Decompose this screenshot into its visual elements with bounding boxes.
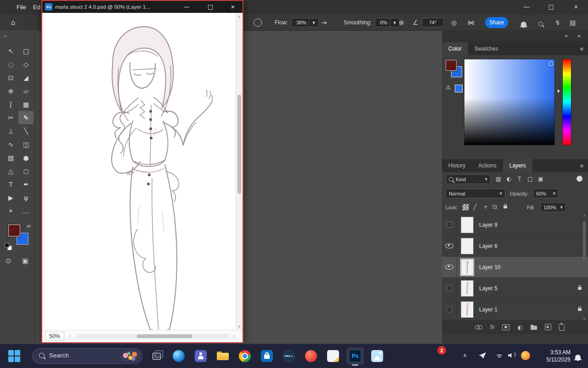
notifications-bell-icon[interactable] xyxy=(521,20,526,28)
vertical-scrollbar[interactable]: ∧ ∨ xyxy=(236,13,243,330)
search-highlight-image[interactable] xyxy=(120,350,140,362)
files-app-icon[interactable] xyxy=(324,347,342,365)
task-view-icon[interactable] xyxy=(148,347,165,365)
dock-close-icon[interactable]: × xyxy=(577,33,581,40)
eyedropper-tool[interactable]: ◢ xyxy=(18,71,34,84)
object-selection-tool[interactable]: ◇ xyxy=(18,58,34,71)
visibility-eye-icon[interactable] xyxy=(445,243,453,248)
search-icon[interactable] xyxy=(538,20,543,28)
lock-artboard-icon[interactable]: ⊡ xyxy=(492,204,497,210)
fill-input[interactable]: 100% ▾ xyxy=(540,202,566,212)
lasso-tool[interactable]: ◌ xyxy=(3,58,18,71)
opacity-input[interactable]: 60% ▾ xyxy=(533,189,559,198)
healing-brush-tool[interactable]: ⊕ xyxy=(3,84,18,98)
photos-app-icon[interactable] xyxy=(368,347,386,365)
hand-tool[interactable]: ψ xyxy=(18,191,34,204)
layer-row[interactable]: Layer 5 xyxy=(442,278,588,299)
toolbar-collapse-icon[interactable]: « xyxy=(4,33,7,39)
notification-badge[interactable]: 2 xyxy=(437,346,446,355)
brush-tool[interactable]: ✎ xyxy=(18,111,34,124)
dock-collapse-icon[interactable]: « xyxy=(565,33,568,39)
scroll-up-icon[interactable]: ∧ xyxy=(582,213,587,218)
gradient-tool[interactable]: ▧ xyxy=(3,151,18,164)
taskbar-search[interactable]: Search xyxy=(32,348,142,364)
filter-shape-icon[interactable]: □ xyxy=(527,174,533,184)
zoom-level[interactable]: 50% xyxy=(45,332,64,341)
start-button[interactable] xyxy=(8,350,20,362)
doc-minimize-button[interactable]: — xyxy=(178,1,195,13)
adjustment-layer-icon[interactable]: ◐ xyxy=(517,324,522,330)
visibility-eye-icon[interactable] xyxy=(445,264,453,270)
layer-thumbnail[interactable] xyxy=(461,280,474,297)
panel-foreground-swatch[interactable] xyxy=(446,60,457,71)
dell-app-icon[interactable]: DELL xyxy=(280,347,298,365)
patch-tool[interactable]: ▱ xyxy=(18,84,34,98)
lock-all-icon[interactable] xyxy=(503,206,507,208)
layer-mask-icon[interactable] xyxy=(502,324,509,330)
chrome-icon[interactable] xyxy=(236,347,254,365)
tray-pen-icon[interactable] xyxy=(479,352,486,359)
path-selection-tool[interactable]: ▶ xyxy=(3,191,18,204)
volume-icon[interactable] xyxy=(508,353,514,358)
lock-image-pixels-icon[interactable]: ╱ xyxy=(473,204,476,210)
app-close-button[interactable]: × xyxy=(566,0,586,14)
panel-menu-icon[interactable]: ≡ xyxy=(580,162,583,169)
swap-colors-icon[interactable]: ⇄ xyxy=(27,224,30,229)
screen-mode-button[interactable]: ▣ xyxy=(22,257,28,265)
mixer-brush-tool[interactable]: ╲ xyxy=(18,124,34,138)
scrollbar-thumb[interactable] xyxy=(237,95,241,194)
visibility-cell[interactable] xyxy=(442,257,457,277)
layer-name[interactable]: Layer 1 xyxy=(479,306,498,313)
doc-close-button[interactable]: × xyxy=(226,1,240,13)
move-tool[interactable]: ↖ xyxy=(3,44,18,58)
pen-tool[interactable]: ✒ xyxy=(18,178,34,191)
layer-row[interactable]: Layer 6 xyxy=(442,236,588,257)
delete-layer-icon[interactable] xyxy=(559,326,565,331)
brush-angle-input[interactable]: 74° xyxy=(422,18,444,27)
marquee-tool[interactable]: □ xyxy=(18,44,34,58)
app-minimize-button[interactable]: — xyxy=(516,0,537,14)
visibility-toggle[interactable] xyxy=(447,285,452,291)
filter-adjustment-icon[interactable]: ◐ xyxy=(506,174,512,184)
visibility-cell[interactable] xyxy=(442,278,457,299)
scroll-down-icon[interactable]: ∨ xyxy=(236,324,243,328)
slice-tool[interactable]: ✂ xyxy=(3,111,18,124)
tab-actions[interactable]: Actions xyxy=(472,159,503,172)
layer-name[interactable]: Layer 6 xyxy=(479,243,498,249)
visibility-toggle[interactable] xyxy=(447,306,452,312)
doc-maximize-button[interactable]: □ xyxy=(202,1,219,13)
visibility-toggle[interactable] xyxy=(447,222,452,228)
share-button[interactable]: Share xyxy=(485,17,508,28)
layer-thumbnail[interactable] xyxy=(461,259,474,276)
visibility-cell[interactable] xyxy=(442,236,457,256)
scrollbar-thumb[interactable] xyxy=(137,334,192,338)
red-app-icon[interactable] xyxy=(302,347,320,365)
canvas[interactable] xyxy=(42,13,236,330)
saturation-brightness-picker[interactable] xyxy=(464,59,555,145)
smudge-tool[interactable]: ʃ xyxy=(3,98,18,111)
panel-menu-icon[interactable]: ≡ xyxy=(580,46,583,52)
link-layers-icon[interactable] xyxy=(475,325,482,329)
layer-effects-icon[interactable]: fx xyxy=(490,324,494,330)
layer-name[interactable]: Layer 10 xyxy=(479,264,501,270)
scroll-left-icon[interactable]: ‹ xyxy=(69,333,71,339)
lock-position-icon[interactable]: + xyxy=(483,204,488,210)
document-titlebar[interactable]: Ps marla struct 2 4.0.psd @ 50% (Layer 1… xyxy=(42,1,243,13)
web-color-swatch[interactable] xyxy=(455,85,463,92)
layer-name[interactable]: Layer 5 xyxy=(479,285,498,292)
visibility-cell[interactable] xyxy=(442,214,457,235)
hue-slider[interactable] xyxy=(562,59,571,145)
scroll-up-icon[interactable]: ∧ xyxy=(236,15,243,19)
tab-layers[interactable]: Layers xyxy=(503,159,532,172)
tray-chevron-up-icon[interactable]: ∧ xyxy=(463,352,467,358)
pattern-stamp-tool[interactable]: ▦ xyxy=(18,98,34,111)
flow-dropdown[interactable]: ▾ xyxy=(309,18,319,27)
blur-tool[interactable]: ● xyxy=(18,151,34,164)
layer-thumbnail[interactable] xyxy=(461,238,474,254)
scroll-right-icon[interactable]: › xyxy=(233,333,235,339)
new-group-icon[interactable] xyxy=(531,326,537,330)
layer-row[interactable]: Layer 9 xyxy=(442,214,588,236)
layer-row[interactable]: Layer 10 xyxy=(442,257,588,278)
pressure-opacity-icon[interactable]: ◎ xyxy=(451,18,457,27)
eraser-tool[interactable]: ◫ xyxy=(18,138,34,151)
